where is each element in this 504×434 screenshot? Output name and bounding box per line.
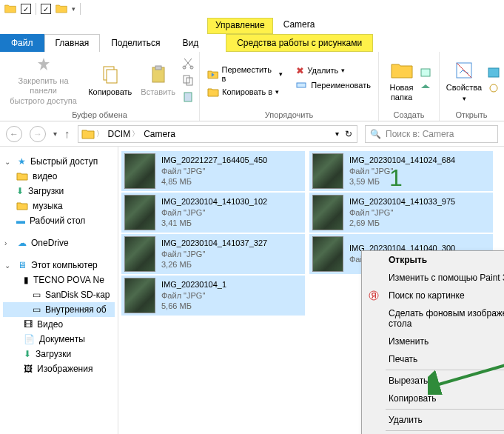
- tab-share[interactable]: Поделиться: [100, 34, 171, 52]
- move-to-button[interactable]: Переместить в▾: [204, 64, 286, 84]
- title-bar: Управление Camera: [0, 18, 504, 34]
- file-tile[interactable]: IMG_20221227_164405_450Файл "JPG"4,85 МБ: [121, 151, 305, 191]
- file-name: IMG_20221227_164405_450: [161, 155, 267, 166]
- yandex-icon: Я: [368, 290, 380, 301]
- copy-path-icon[interactable]: [181, 73, 195, 89]
- ctx-edit[interactable]: Изменить: [362, 333, 504, 350]
- up-button[interactable]: ↑: [64, 127, 70, 140]
- cloud-icon: ☁: [18, 238, 27, 248]
- easy-access-icon[interactable]: [420, 83, 431, 96]
- organize-group-label: Упорядочить: [200, 110, 378, 121]
- rename-button[interactable]: Переименовать: [293, 79, 374, 92]
- ctx-separator-1: [386, 370, 504, 370]
- delete-button[interactable]: ✖ Удалить▾: [293, 64, 374, 77]
- breadcrumb-root-icon[interactable]: 〉: [80, 128, 105, 140]
- file-type: Файл "JPG": [161, 166, 267, 177]
- nav-downloads-lib[interactable]: ⬇Загрузки: [3, 347, 115, 361]
- file-tile[interactable]: IMG_20230104_141024_684Файл "JPG"3,59 МБ: [309, 151, 493, 191]
- paste-shortcut-icon[interactable]: [181, 90, 195, 106]
- file-type: Файл "JPG": [349, 166, 455, 177]
- copy-to-button[interactable]: Копировать в▾: [204, 85, 286, 99]
- qat-folder-icon[interactable]: [56, 3, 67, 16]
- file-name: IMG_20230104_1: [161, 279, 226, 290]
- nav-internal[interactable]: ▭Внутренняя об: [3, 302, 115, 317]
- file-name: IMG_20230104_141024_684: [349, 155, 455, 166]
- address-dropdown[interactable]: ▾: [335, 130, 339, 138]
- svg-rect-9: [297, 83, 306, 87]
- properties-button[interactable]: Свойства ▾: [443, 57, 485, 106]
- contextual-tab-group-label: Управление: [207, 18, 273, 34]
- ctx-yandex-search[interactable]: Я Поиск по картинке: [362, 287, 504, 304]
- qat-checkbox-1[interactable]: ✓: [21, 4, 31, 14]
- refresh-button[interactable]: ↻: [345, 129, 352, 139]
- nav-desktop[interactable]: ▬Рабочий стол: [3, 213, 115, 228]
- move-to-label: Переместить в: [221, 65, 276, 83]
- video-icon: 🎞: [24, 319, 33, 330]
- paste-button[interactable]: Вставить: [138, 61, 178, 100]
- file-size: 3,59 МБ: [349, 176, 455, 187]
- file-tile[interactable]: IMG_20230104_1Файл "JPG"5,66 МБ: [121, 276, 305, 316]
- file-thumbnail: [124, 153, 155, 189]
- new-folder-button[interactable]: Новая папка: [387, 57, 417, 105]
- window-title: Camera: [273, 18, 326, 34]
- history-icon[interactable]: [488, 83, 500, 96]
- nav-downloads[interactable]: ⬇Загрузки: [3, 184, 115, 198]
- search-box[interactable]: 🔍 Поиск в: Camera: [365, 125, 498, 143]
- nav-music[interactable]: музыка: [3, 198, 115, 213]
- file-tile[interactable]: IMG_20230104_141037_327Файл "JPG"3,26 МБ: [121, 234, 305, 274]
- svg-rect-1: [107, 70, 117, 83]
- ribbon: Закрепить на панели быстрого доступа Коп…: [0, 52, 504, 121]
- nav-onedrive[interactable]: ›☁OneDrive: [3, 236, 115, 250]
- ribbon-tabs: Файл Главная Поделиться Вид Средства раб…: [0, 34, 504, 52]
- tab-home[interactable]: Главная: [44, 34, 101, 52]
- ctx-copy[interactable]: Копировать: [362, 390, 504, 407]
- sd-icon: ▭: [33, 290, 41, 300]
- back-button[interactable]: ←: [6, 126, 22, 142]
- file-tile[interactable]: IMG_20230104_141030_102Файл "JPG"3,41 МБ: [121, 193, 305, 233]
- desktop-icon: ▬: [16, 216, 25, 226]
- file-tile[interactable]: IMG_20230104_141033_975Файл "JPG"2,69 МБ: [309, 193, 493, 233]
- qat-checkbox-2[interactable]: ✓: [41, 4, 51, 14]
- nav-tecno[interactable]: ▮TECNO POVA Ne: [3, 273, 115, 287]
- download-icon: ⬇: [16, 186, 24, 196]
- tab-picture-tools[interactable]: Средства работы с рисунками: [226, 34, 373, 52]
- cut-icon[interactable]: [181, 56, 195, 72]
- breadcrumb-camera[interactable]: Camera: [142, 129, 177, 139]
- download-icon: ⬇: [24, 349, 31, 359]
- file-name: IMG_20230104_141033_975: [349, 196, 455, 207]
- nav-video[interactable]: видео: [3, 169, 115, 184]
- tab-view[interactable]: Вид: [171, 34, 209, 52]
- nav-quick-access[interactable]: ⌄★Быстрый доступ: [3, 154, 115, 169]
- ctx-wallpaper[interactable]: Сделать фоновым изображением рабочего ст…: [362, 304, 504, 333]
- file-list[interactable]: 1 IMG_20221227_164405_450Файл "JPG"4,85 …: [118, 147, 504, 434]
- ctx-print[interactable]: Печать: [362, 350, 504, 368]
- ctx-open[interactable]: Открыть: [362, 251, 504, 269]
- file-type: Файл "JPG": [161, 290, 226, 301]
- ctx-delete[interactable]: Удалить: [362, 411, 504, 429]
- copy-button[interactable]: Копировать: [85, 61, 135, 100]
- nav-videos-lib[interactable]: 🎞Видео: [3, 317, 115, 332]
- pin-to-quick-access-button[interactable]: Закрепить на панели быстрого доступа: [4, 53, 82, 109]
- copy-to-label: Копировать в: [222, 87, 272, 96]
- tab-file[interactable]: Файл: [0, 34, 44, 52]
- new-item-icon[interactable]: [420, 67, 431, 80]
- qat-dropdown[interactable]: ▾: [72, 5, 75, 13]
- file-type: Файл "JPG": [161, 249, 267, 260]
- svg-point-13: [490, 84, 497, 92]
- nav-sandisk[interactable]: ▭SanDisk SD-кар: [3, 287, 115, 302]
- ctx-cut[interactable]: Вырезать: [362, 372, 504, 390]
- qat-separator-2: [80, 3, 81, 15]
- file-size: 5,66 МБ: [161, 301, 226, 312]
- forward-button[interactable]: →: [30, 126, 46, 142]
- breadcrumb-dcim[interactable]: DCIM〉: [107, 129, 141, 139]
- nav-pictures[interactable]: 🖼Изображения: [3, 361, 115, 376]
- recent-dropdown[interactable]: ▾: [53, 130, 57, 138]
- nav-this-pc[interactable]: ⌄🖥Этот компьютер: [3, 258, 115, 273]
- nav-documents[interactable]: 📄Документы: [3, 332, 115, 347]
- quick-access-toolbar: ✓ ✓ ▾: [0, 0, 504, 18]
- ctx-paint3d[interactable]: Изменить с помощью Paint 3D: [362, 269, 504, 287]
- file-thumbnail: [124, 236, 155, 272]
- open-icon[interactable]: [488, 67, 500, 80]
- breadcrumb-bar[interactable]: 〉 DCIM〉 Camera ▾ ↻: [78, 125, 358, 143]
- properties-label: Свойства: [446, 83, 482, 93]
